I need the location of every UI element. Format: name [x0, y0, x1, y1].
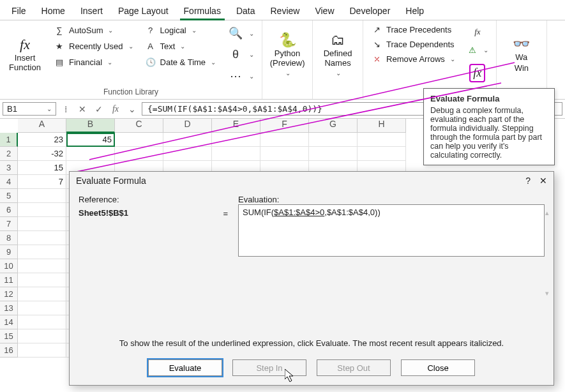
cell-A14[interactable] [18, 315, 66, 329]
chevron-down-icon[interactable]: ⌄ [125, 104, 139, 114]
row-3[interactable]: 3 [0, 161, 18, 175]
close-button[interactable]: Close [401, 359, 475, 376]
cell-A13[interactable] [18, 301, 66, 315]
scrollbar[interactable]: ▴▾ [543, 209, 551, 298]
tab-pagelayout[interactable]: Page Layout [112, 2, 175, 20]
help-button[interactable]: ? [525, 176, 531, 186]
fx-icon[interactable]: fx [109, 104, 123, 114]
tab-home[interactable]: Home [35, 2, 72, 20]
watch-window-button[interactable]: 👓 Wa Win [501, 23, 543, 86]
lookup-button[interactable]: 🔍⌄ [223, 24, 258, 43]
cell-G2[interactable] [309, 147, 358, 161]
row-14[interactable]: 14 [0, 315, 18, 329]
financial-button[interactable]: ▤Financial⌄ [50, 55, 137, 70]
insert-function-button[interactable]: fx Insert Function [4, 23, 46, 86]
python-button[interactable]: 🐍 Python (Preview)⌄ [266, 23, 308, 86]
more-button[interactable]: ⋯⌄ [223, 66, 258, 86]
row-12[interactable]: 12 [0, 287, 18, 301]
sigma-icon: ∑ [54, 26, 65, 35]
group-label: Function Library [4, 86, 258, 98]
evaluate-formula-button[interactable]: fx [465, 62, 489, 84]
row-2[interactable]: 2 [0, 147, 18, 161]
trace-precedents-button[interactable]: ↗Trace Precedents [367, 23, 459, 36]
enter-icon[interactable]: ✓ [92, 104, 106, 114]
cell-E1[interactable] [212, 133, 260, 147]
cell-A11[interactable] [18, 273, 66, 287]
cell-A12[interactable] [18, 287, 66, 301]
tab-file[interactable]: File [5, 2, 33, 20]
name-box[interactable]: B1⌄ [3, 102, 56, 116]
chevron-down-icon: ⌄ [180, 43, 185, 50]
cancel-icon[interactable]: ✕ [75, 104, 89, 114]
cell-A2[interactable]: -32 [18, 147, 66, 161]
evaluation-box[interactable]: SUM(IF($A$1:$A$4>0,$A$1:$A$4,0)) [238, 204, 545, 257]
cell-H1[interactable] [358, 133, 406, 147]
remove-arrows-button[interactable]: ⤫Remove Arrows⌄ [367, 52, 459, 66]
cell-C1[interactable] [115, 133, 163, 147]
evaluate-button[interactable]: Evaluate [148, 359, 222, 376]
show-formulas-button[interactable]: fx [468, 25, 487, 39]
math-button[interactable]: θ⌄ [223, 45, 258, 64]
tab-view[interactable]: View [308, 2, 340, 20]
col-B[interactable]: B [66, 119, 115, 133]
autosum-button[interactable]: ∑AutoSum⌄ [50, 23, 137, 38]
datetime-button[interactable]: 🕓Date & Time⌄ [141, 55, 220, 70]
tab-data[interactable]: Data [230, 2, 262, 20]
logical-button[interactable]: ?Logical⌄ [141, 23, 220, 38]
cell-A8[interactable] [18, 231, 66, 245]
col-A[interactable]: A [18, 119, 66, 133]
cell-A15[interactable] [18, 329, 66, 343]
cell-A4[interactable]: 7 [18, 175, 66, 189]
error-check-button[interactable]: ⚠⌄ [463, 43, 492, 57]
cell-G1[interactable] [309, 133, 358, 147]
cell-B2[interactable] [66, 147, 115, 161]
trace-dependents-button[interactable]: ↘Trace Dependents [367, 38, 459, 51]
col-F[interactable]: F [260, 119, 309, 133]
tab-help[interactable]: Help [399, 2, 430, 20]
col-H[interactable]: H [358, 119, 406, 133]
cell-D1[interactable] [163, 133, 212, 147]
row-8[interactable]: 8 [0, 231, 18, 245]
tab-formulas[interactable]: Formulas [177, 2, 227, 20]
col-G[interactable]: G [309, 119, 358, 133]
row-1[interactable]: 1 [0, 133, 18, 147]
recently-used-button[interactable]: ★Recently Used⌄ [50, 39, 137, 54]
cell-A5[interactable] [18, 189, 66, 203]
row-10[interactable]: 10 [0, 259, 18, 273]
cell-A1[interactable]: 23 [18, 133, 66, 147]
text-icon: A [145, 41, 156, 51]
cell-C2[interactable] [115, 147, 163, 161]
row-9[interactable]: 9 [0, 245, 18, 259]
cell-F2[interactable] [260, 147, 309, 161]
cell-A3[interactable]: 15 [18, 161, 66, 175]
cell-A10[interactable] [18, 259, 66, 273]
close-icon[interactable]: ✕ [539, 176, 547, 186]
cell-A7[interactable] [18, 217, 66, 231]
row-4[interactable]: 4 [0, 175, 18, 189]
row-11[interactable]: 11 [0, 273, 18, 287]
cell-A16[interactable] [18, 343, 66, 358]
text-button[interactable]: AText⌄ [141, 39, 220, 54]
cell-E2[interactable] [212, 147, 260, 161]
cell-H2[interactable] [358, 147, 406, 161]
chevron-down-icon: ⌄ [107, 59, 112, 66]
row-7[interactable]: 7 [0, 217, 18, 231]
cell-D2[interactable] [163, 147, 212, 161]
row-13[interactable]: 13 [0, 301, 18, 315]
tab-insert[interactable]: Insert [74, 2, 109, 20]
row-15[interactable]: 15 [0, 329, 18, 343]
col-C[interactable]: C [115, 119, 163, 133]
cell-B1[interactable]: 45 [66, 133, 115, 147]
tab-developer[interactable]: Developer [343, 2, 397, 20]
row-5[interactable]: 5 [0, 189, 18, 203]
col-D[interactable]: D [163, 119, 212, 133]
row-6[interactable]: 6 [0, 203, 18, 217]
cell-A6[interactable] [18, 203, 66, 217]
row-16[interactable]: 16 [0, 343, 18, 358]
cell-F1[interactable] [260, 133, 309, 147]
col-E[interactable]: E [212, 119, 260, 133]
step-out-button[interactable]: Step Out [317, 359, 391, 376]
cell-A9[interactable] [18, 245, 66, 259]
tab-review[interactable]: Review [264, 2, 306, 20]
defined-names-button[interactable]: 🗂 Defined Names⌄ [317, 23, 359, 86]
